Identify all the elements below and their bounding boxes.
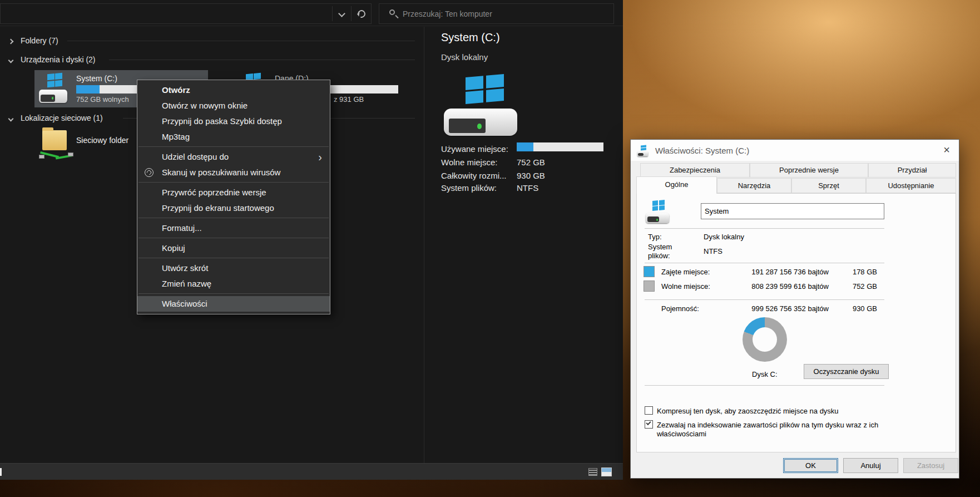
separator — [645, 299, 884, 300]
details-subtitle: Dysk lokalny — [441, 52, 488, 62]
cancel-button[interactable]: Anuluj — [843, 458, 898, 473]
separator — [645, 263, 884, 263]
volume-name-input[interactable] — [701, 203, 884, 219]
address-bar[interactable] — [0, 3, 372, 24]
refresh-button[interactable] — [352, 4, 372, 23]
field-label: Typ: — [648, 233, 662, 241]
status-bar — [0, 463, 623, 480]
dialog-drive-icon — [637, 145, 650, 156]
free-color-swatch — [644, 281, 655, 292]
menu-item-pin-start[interactable]: Przypnij do ekranu startowego — [137, 200, 330, 216]
drive-icon — [646, 200, 672, 224]
menu-item-open-new-window[interactable]: Otwórz w nowym oknie — [137, 98, 330, 114]
menu-item-pin-quick-access[interactable]: Przypnij do paska Szybki dostęp — [137, 114, 330, 129]
tab-zabezpieczenia[interactable]: Zabezpieczenia — [640, 163, 750, 178]
general-tab-page: Typ: Dysk lokalny System plików: NTFS Za… — [636, 193, 956, 452]
menu-separator — [138, 146, 329, 147]
used-color-swatch — [644, 266, 655, 277]
tab-ogolne[interactable]: Ogólne — [636, 176, 717, 194]
field-label: System plików: — [648, 243, 695, 260]
separator — [645, 385, 884, 386]
status-text-fragment — [0, 468, 2, 476]
disk-usage-donut — [743, 317, 787, 362]
group-header-devices[interactable]: Urządzenia i dyski (2) — [9, 55, 424, 64]
screen: Foldery (7) Urządzenia i dyski (2) Syste… — [0, 0, 980, 497]
field-value: NTFS — [704, 247, 722, 255]
tab-przydzial[interactable]: Przydział — [868, 163, 956, 178]
search-box — [379, 3, 614, 24]
refresh-icon — [356, 8, 367, 19]
menu-separator — [138, 182, 329, 183]
menu-item-create-shortcut[interactable]: Utwórz skrót — [137, 260, 330, 276]
tab-sprzet[interactable]: Sprzęt — [791, 178, 866, 193]
pane-divider[interactable] — [424, 27, 424, 463]
usage-label: Zajęte miejsce: — [661, 268, 710, 276]
group-label: Urządzenia i dyski (2) — [21, 55, 96, 64]
compress-checkbox[interactable] — [645, 406, 653, 415]
separator — [645, 228, 884, 229]
tab-udostepnianie[interactable]: Udostępnianie — [866, 178, 956, 193]
chevron-down-icon — [8, 116, 14, 122]
address-dropdown-button[interactable] — [333, 4, 351, 23]
search-icon — [389, 9, 395, 15]
indexing-checkbox[interactable] — [645, 420, 653, 429]
usage-bytes: 191 287 156 736 bajtów — [740, 268, 829, 276]
drive-icon — [39, 73, 71, 104]
details-row-label: System plików: — [441, 183, 497, 193]
apply-button[interactable]: Zastosuj — [903, 458, 958, 473]
submenu-arrow-icon: › — [318, 149, 322, 165]
details-row-label: Używane miejsce: — [441, 144, 508, 154]
menu-separator — [138, 293, 329, 294]
menu-item-restore-previous[interactable]: Przywróć poprzednie wersje — [137, 185, 330, 200]
details-row-label: Wolne miejsce: — [441, 158, 497, 167]
chevron-down-icon — [8, 58, 14, 63]
ok-button[interactable]: OK — [783, 458, 838, 473]
context-menu: Otwórz Otwórz w nowym oknie Przypnij do … — [137, 80, 330, 314]
check-icon — [646, 420, 651, 425]
menu-item-format[interactable]: Formatuj... — [137, 220, 330, 236]
details-view-icon[interactable] — [588, 468, 597, 476]
details-row-value: NTFS — [517, 183, 538, 193]
group-header-folders[interactable]: Foldery (7) — [9, 36, 424, 45]
menu-item-rename[interactable]: Zmień nazwę — [137, 276, 330, 292]
indexing-checkbox-label: Zezwalaj na indeksowanie zawartości plik… — [657, 421, 890, 439]
menu-item-give-access[interactable]: Udziel dostępu do › — [137, 149, 330, 165]
menu-separator — [138, 218, 329, 218]
properties-dialog: Właściwości: System (C:) × Zabezpieczeni… — [630, 139, 959, 479]
menu-item-open[interactable]: Otwórz — [137, 82, 330, 98]
chevron-right-icon — [8, 39, 14, 45]
disk-label: Dysk C: — [752, 370, 778, 378]
network-folder-label: Sieciowy folder — [76, 136, 128, 145]
search-input[interactable] — [403, 4, 608, 23]
details-title: System (C:) — [441, 31, 500, 44]
menu-item-mp3tag[interactable]: Mp3tag — [137, 129, 330, 145]
antivirus-icon — [145, 168, 154, 177]
drive-name: System (C:) — [76, 74, 117, 83]
capacity-bytes: 999 526 756 352 bajtów — [740, 304, 829, 313]
menu-separator — [138, 258, 329, 258]
usage-size: 178 GB — [833, 268, 877, 276]
details-usage-bar — [517, 142, 603, 151]
drive-icon-large — [444, 76, 527, 137]
usage-size: 752 GB — [833, 282, 877, 291]
tab-poprzednie-wersje[interactable]: Poprzednie wersje — [750, 163, 868, 178]
menu-item-copy[interactable]: Kopiuj — [137, 240, 330, 256]
group-label: Foldery (7) — [21, 36, 58, 45]
usage-bytes: 808 239 599 616 bajtów — [740, 282, 829, 291]
close-icon[interactable]: × — [937, 141, 957, 159]
dialog-titlebar: Właściwości: System (C:) × — [631, 140, 959, 161]
network-folder-icon — [39, 128, 73, 161]
usage-label: Wolne miejsce: — [661, 282, 710, 291]
menu-item-scan-viruses[interactable]: Skanuj w poszukiwaniu wirusów — [137, 165, 330, 180]
details-row-value: 752 GB — [517, 158, 545, 167]
menu-separator — [138, 238, 329, 238]
menu-item-properties[interactable]: Właściwości — [137, 296, 330, 312]
details-row-label: Całkowity rozmi... — [441, 171, 507, 180]
thumbnails-view-icon[interactable] — [601, 468, 612, 476]
tab-narzedzia[interactable]: Narzędzia — [717, 178, 791, 193]
dialog-title: Właściwości: System (C:) — [655, 146, 749, 155]
field-value: Dysk lokalny — [704, 233, 744, 241]
disk-cleanup-button[interactable]: Oczyszczanie dysku — [804, 364, 889, 379]
details-row-value: 930 GB — [517, 171, 545, 180]
drive-size-fragment: z 931 GB — [334, 95, 364, 104]
